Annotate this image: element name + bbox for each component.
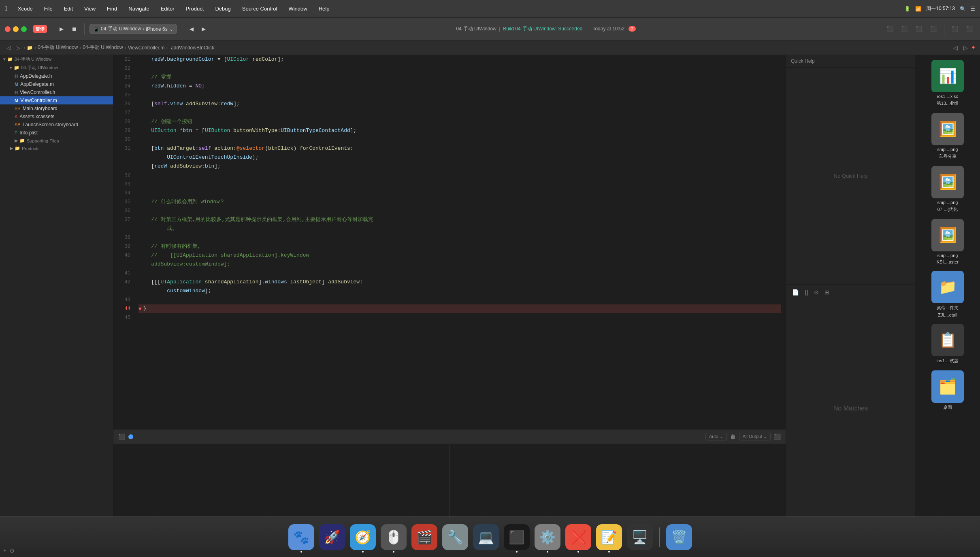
breadcrumb-item-1[interactable]: 04-手动 UIWindow — [38, 44, 78, 51]
menu-navigate[interactable]: Navigate — [126, 5, 151, 13]
code-line-29: UIButton *btn = [UIButton buttonWithType… — [138, 126, 781, 135]
maximize-button[interactable] — [21, 26, 27, 32]
dock-icon-xmind[interactable]: ❌ — [565, 524, 591, 550]
sidebar-file-infoplist[interactable]: P Info.plist — [0, 129, 113, 137]
code-line-28: // 创建一个按钮 — [138, 117, 781, 126]
sidebar-file-label: Info.plist — [19, 130, 38, 136]
scheme-arrow: › — [143, 26, 144, 32]
dock-icon-sysprefs[interactable]: ⚙️ — [535, 524, 560, 550]
menu-debug[interactable]: Debug — [213, 5, 233, 13]
dock-icon-term3[interactable]: 🖥️ — [627, 524, 653, 550]
dock-icon-launchpad[interactable]: 🚀 — [319, 524, 345, 550]
assistant-button[interactable]: ⬛ — [913, 24, 925, 34]
sidebar-file-label: ViewController.m — [20, 98, 57, 103]
menu-file[interactable]: File — [42, 5, 55, 13]
qh-file-icon-button[interactable]: 📄 — [791, 288, 800, 297]
stop-button[interactable]: ⏹ — [69, 24, 79, 34]
breadcrumb-sep-2: › — [79, 45, 81, 51]
build-status-tab: 04-手动 UIWindow | Build 04-手动 UIWindow: S… — [456, 26, 636, 32]
breadcrumb-item-3[interactable]: ViewController.m — [128, 45, 164, 51]
code-line-37b: 成。 — [138, 224, 781, 233]
qh-brackets-icon-button[interactable]: {} — [803, 288, 810, 297]
sidebar-file-appdelegate-h[interactable]: H AppDelegate.h — [0, 72, 113, 80]
breadcrumb-back-button[interactable]: ◁ — [5, 44, 13, 52]
sidebar-file-appdelegate-m[interactable]: M AppDelegate.m — [0, 80, 113, 88]
error-badge: 2 — [628, 26, 636, 32]
file-icon-h: H — [15, 74, 18, 79]
hide-utility-button[interactable]: ⬛ — [964, 24, 975, 34]
desktop-icon-xlsx[interactable]: 📊 ios1....xlsx 第13...业维 — [918, 58, 977, 108]
desktop-icon-png3[interactable]: 🖼️ snip....png KSI....aster — [918, 217, 977, 266]
forward-button[interactable]: ▶ — [199, 24, 208, 34]
sidebar-supporting-files[interactable]: ▶ 📁 Supporting Files — [0, 137, 113, 145]
project-root-item[interactable]: ▾ 📁 04-手动 UIWindow — [0, 55, 113, 64]
dock-icon-tools[interactable]: 🔧 — [442, 524, 468, 550]
qh-circle-icon-button[interactable]: ⊙ — [813, 288, 820, 297]
desktop-icon-png1[interactable]: 🖼️ snip....png 车丹分享 — [918, 111, 977, 161]
editor-prev-button[interactable]: ◁ — [952, 44, 959, 52]
menu-product[interactable]: Product — [183, 5, 207, 13]
menu-view[interactable]: View — [82, 5, 98, 13]
menu-editor[interactable]: Editor — [158, 5, 177, 13]
sidebar-file-viewcontroller-h[interactable]: H ViewController.h — [0, 88, 113, 96]
build-time: Today at 10:52 — [592, 26, 624, 32]
code-line-25 — [138, 91, 781, 100]
menu-window[interactable]: Window — [286, 5, 309, 13]
menu-control-center-icon[interactable]: ☰ — [971, 6, 975, 12]
project-subroot-item[interactable]: ▾ 📁 04-手动 UIWindow — [0, 64, 113, 72]
sidebar-file-assets[interactable]: A Assets.xcassets — [0, 113, 113, 121]
editor-next-button[interactable]: ▷ — [962, 44, 969, 52]
desktop-icon-desktop[interactable]: 🗂️ 桌面 — [918, 369, 977, 412]
menu-help[interactable]: Help — [316, 5, 332, 13]
menu-source-control[interactable]: Source Control — [240, 5, 280, 13]
minimize-button[interactable] — [13, 26, 19, 32]
version-editor-button[interactable]: ⬛ — [928, 24, 939, 34]
sidebar-file-main-storyboard[interactable]: SB Main.storyboard — [0, 104, 113, 113]
dock-icon-finder[interactable]: 🐾 — [288, 524, 314, 550]
sidebar-file-viewcontroller-m[interactable]: M ViewController.m — [0, 96, 113, 104]
back-button[interactable]: ◀ — [187, 24, 196, 34]
folder1-icon: 📁 — [931, 271, 964, 303]
output-selector[interactable]: All Output ⌄ — [739, 433, 771, 440]
code-content[interactable]: redW.backgroundColor = [UIColor redColor… — [134, 55, 786, 429]
menu-edit[interactable]: Edit — [62, 5, 75, 13]
hide-navigator-button[interactable]: ⬛ — [884, 24, 895, 34]
sidebar-file-launch-storyboard[interactable]: SB LaunchScreen.storyboard — [0, 121, 113, 129]
scheme-selector[interactable]: 📱 04-手动 UIWindow › iPhone 6s ⌄ — [89, 24, 177, 34]
expand-console-button[interactable]: ⬛ — [774, 434, 781, 440]
auto-selector[interactable]: Auto ⌄ — [705, 433, 727, 440]
dock-icon-terminal2[interactable]: 💻 — [473, 524, 499, 550]
desktop-icon-png2[interactable]: 🖼️ snip....png 07-...(优化 — [918, 164, 977, 214]
breadcrumb-item-2[interactable]: 04-手动 UIWindow — [83, 44, 123, 51]
menu-xcode[interactable]: Xcode — [15, 5, 35, 13]
console-toggle-button[interactable]: ⬛ — [118, 434, 125, 440]
run-button[interactable]: ▶ — [57, 24, 66, 34]
file-icon-sb: SB — [15, 106, 21, 111]
close-button[interactable] — [5, 26, 11, 32]
dock-icon-safari[interactable]: 🧭 — [350, 524, 376, 550]
breadcrumb-item-4[interactable]: -addWindowBtnClick: — [169, 45, 215, 51]
dock-icon-notes[interactable]: 📝 — [596, 524, 622, 550]
apple-menu[interactable]:  — [5, 5, 7, 13]
qh-grid-icon-button[interactable]: ⊞ — [823, 288, 831, 297]
code-line-37: // 对第三方框架,用的比较多,尤其是那种提示类的框架,会用到,主要提示用户耐心… — [138, 215, 781, 224]
desktop-icon-folder1[interactable]: 📁 桌命...件夹 ZJL...etail — [918, 269, 977, 319]
hide-debug-button[interactable]: ⬛ — [949, 24, 961, 34]
png3-icon: 🖼️ — [931, 219, 964, 251]
dock-icon-recorder[interactable]: 🎬 — [411, 524, 437, 550]
code-line-45 — [138, 313, 781, 322]
clear-console-button[interactable]: 🗑 — [730, 434, 736, 440]
quick-help-panel: Quick Help No Quick Help 📄 {} ⊙ ⊞ No Mat… — [786, 55, 915, 517]
menu-battery-icon: 🔋 — [904, 6, 910, 12]
dock-icon-trash[interactable]: 🗑️ — [666, 524, 692, 550]
menu-search-icon[interactable]: 🔍 — [960, 6, 966, 12]
desktop-icon-ios-test[interactable]: 📋 ios1....试题 — [918, 322, 977, 366]
dock-icon-terminal[interactable]: ⬛ — [504, 524, 530, 550]
breadcrumb-forward-button[interactable]: ▷ — [14, 44, 22, 52]
dock-icon-mouse[interactable]: 🖱️ — [381, 524, 407, 550]
menu-find[interactable]: Find — [104, 5, 119, 13]
code-container[interactable]: 21 22 23 24 25 26 27 28 29 30 31 32 33 3… — [113, 55, 786, 429]
breadcrumb-item-0[interactable]: 📁 — [27, 45, 33, 51]
sidebar-products[interactable]: ▶ 📁 Products — [0, 145, 113, 152]
inspector-button[interactable]: ⬛ — [899, 24, 910, 34]
